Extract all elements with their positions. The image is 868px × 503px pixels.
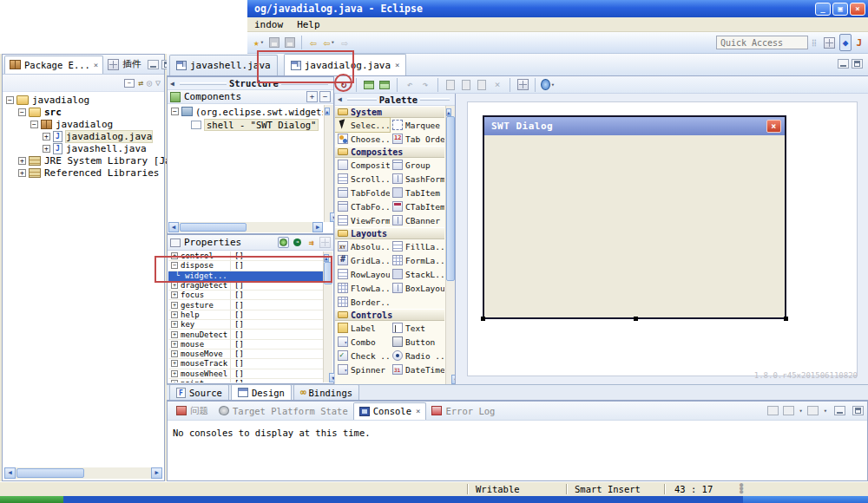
scrollbar-thumb[interactable] (16, 468, 84, 478)
console-maximize-icon[interactable] (852, 406, 864, 415)
collapse-all-icon[interactable]: − (319, 91, 331, 102)
close-icon[interactable]: × (850, 3, 865, 16)
collapse-left-icon[interactable]: ◀ (170, 80, 174, 88)
palette-item-checkbox[interactable]: Check ... (335, 349, 390, 363)
palette-category-composites[interactable]: Composites (335, 146, 444, 158)
palette-sash-header[interactable]: ◀ Palette (335, 94, 455, 106)
cut-icon[interactable] (444, 78, 457, 92)
swt-dialog-preview[interactable]: SWT Dialog × (483, 115, 786, 319)
expander-icon[interactable] (171, 331, 178, 338)
palette-category-layouts[interactable]: Layouts (335, 227, 444, 239)
palette-vscrollbar[interactable]: ▲ ▼ (445, 106, 455, 384)
design-canvas[interactable]: SWT Dialog × 1.8.0.r45x201506110820 (456, 94, 868, 384)
property-row-help[interactable]: help [] (168, 310, 323, 320)
perspective-grid-icon[interactable] (821, 34, 838, 51)
property-row-mousewheel[interactable]: mouseWheel [] (168, 369, 323, 379)
tab-error-log[interactable]: Error Log (426, 402, 500, 420)
structure-sash-header[interactable]: ◀ Structure (168, 77, 333, 90)
palette-item-borderlayout[interactable]: Border... (335, 295, 390, 309)
editor-maximize-icon[interactable] (852, 59, 863, 69)
expander-icon[interactable] (171, 311, 178, 318)
editor-tab-javashell[interactable]: javashell.java (169, 55, 278, 75)
undo-icon[interactable]: ↶ (403, 78, 417, 92)
palette-item-combo[interactable]: Combo (335, 335, 390, 349)
scroll-left-icon[interactable]: ◀ (168, 222, 179, 232)
tab-plugin[interactable]: 插件 (103, 56, 145, 74)
palette-item-flowlayout[interactable]: FlowLa... (335, 281, 390, 295)
palette-item-rowlayout[interactable]: RowLayout (335, 267, 390, 281)
new-wizard-icon[interactable]: ★▾ (252, 35, 266, 50)
locale-globe-icon[interactable]: ▾ (541, 78, 555, 92)
tab-close-icon[interactable]: × (416, 407, 420, 415)
back-history-icon[interactable]: ⇦▾ (322, 35, 336, 50)
preview-icon[interactable] (516, 78, 529, 92)
scroll-up-icon[interactable]: ▲ (446, 108, 451, 116)
scroll-right-icon[interactable]: ▶ (312, 222, 323, 232)
tree-item-javashell-java[interactable]: javashell.java (3, 142, 164, 154)
scroll-right-icon[interactable]: ▶ (151, 467, 162, 479)
palette-item-choose[interactable]: Choose... (335, 132, 390, 146)
palette-item-tabfolder[interactable]: TabFolder (335, 186, 390, 199)
copy-icon[interactable] (459, 78, 473, 92)
scrollbar-thumb[interactable] (324, 262, 332, 284)
open-console-icon[interactable] (767, 406, 779, 415)
tree-item-referenced-libraries[interactable]: Referenced Libraries (3, 167, 164, 179)
property-row-gesture[interactable]: gesture [] (168, 300, 323, 310)
convert-icon[interactable]: ⇉ (306, 237, 317, 248)
expander-icon[interactable] (171, 380, 178, 382)
property-row-control[interactable]: control [] (168, 252, 323, 261)
palette-item-formlayout[interactable]: FormLa... (390, 253, 444, 267)
expander-icon[interactable] (171, 302, 178, 309)
restore-icon[interactable]: ▣ (832, 3, 848, 16)
palette-item-button[interactable]: Button (390, 335, 444, 349)
palette-item-cbanner[interactable]: CBanner (390, 213, 444, 227)
tree-item-package[interactable]: javadialog (3, 118, 164, 130)
palette-category-system[interactable]: System (335, 106, 444, 118)
tab-bindings[interactable]: ∞ Bindings (293, 384, 359, 400)
palette-item-ctabfolder[interactable]: CTabFo... (335, 199, 390, 213)
test-window-icon[interactable] (362, 78, 376, 92)
expander-icon[interactable] (171, 321, 178, 328)
refresh-window-icon[interactable] (378, 78, 391, 92)
scroll-left-icon[interactable]: ◀ (4, 467, 16, 479)
goto-definition-icon[interactable]: ➜ (292, 237, 303, 248)
palette-item-stacklayout[interactable]: StackL... (390, 267, 444, 281)
palette-item-boxlayout[interactable]: BoxLayout (390, 281, 444, 295)
palette-item-filllayout[interactable]: FillLa... (390, 239, 444, 253)
tree-item-src[interactable]: src (3, 106, 164, 118)
expander-icon[interactable] (171, 262, 178, 269)
palette-item-label[interactable]: Label (335, 321, 390, 335)
property-row-key[interactable]: key [] (168, 320, 323, 330)
properties-vscrollbar[interactable]: ▲ ▼ (323, 252, 332, 382)
resize-handle-bottom-center[interactable] (634, 317, 638, 321)
view-minimize-icon[interactable] (148, 60, 159, 69)
palette-item-viewform[interactable]: ViewForm (335, 213, 390, 227)
view-menu-icon[interactable]: ▽ (155, 78, 161, 88)
expander-icon[interactable] (171, 360, 178, 367)
expander-icon[interactable] (171, 341, 178, 348)
tab-problems[interactable]: 问题 (171, 402, 214, 420)
structure-shell-node[interactable]: shell - "SWT Dialog" (168, 118, 323, 131)
palette-item-ctabitem[interactable]: CTabItem (390, 199, 444, 213)
menu-help[interactable]: Help (290, 18, 327, 31)
property-row-mousemove[interactable]: mouseMove [] (168, 349, 323, 359)
current-perspective-button[interactable]: ◆ (839, 34, 852, 51)
expander-icon[interactable] (171, 252, 178, 259)
property-row-menudetect[interactable]: menuDetect [] (168, 330, 323, 339)
tree-item-jre-library[interactable]: JRE System Library [JavaSE-1. (3, 154, 164, 167)
property-row-dragdetect[interactable]: dragDetect [] (168, 281, 323, 291)
minimize-icon[interactable]: _ (815, 3, 831, 16)
dropdown-icon[interactable]: ▾ (799, 408, 803, 415)
save-icon[interactable] (267, 35, 281, 50)
quick-access-input[interactable] (716, 36, 808, 49)
taskbar-button-fragment[interactable] (743, 496, 868, 503)
paste-icon[interactable] (475, 78, 489, 92)
defaults-icon[interactable] (319, 237, 331, 248)
java-perspective-button[interactable]: J (853, 34, 865, 51)
expander-icon[interactable] (30, 121, 38, 128)
palette-category-controls[interactable]: Controls (335, 309, 444, 321)
palette-item-group[interactable]: Group (390, 158, 444, 172)
dropdown-icon[interactable]: ▾ (824, 408, 827, 415)
property-row-mousetrack[interactable]: mouseTrack [] (168, 359, 323, 369)
tab-close-icon[interactable]: × (395, 61, 399, 69)
